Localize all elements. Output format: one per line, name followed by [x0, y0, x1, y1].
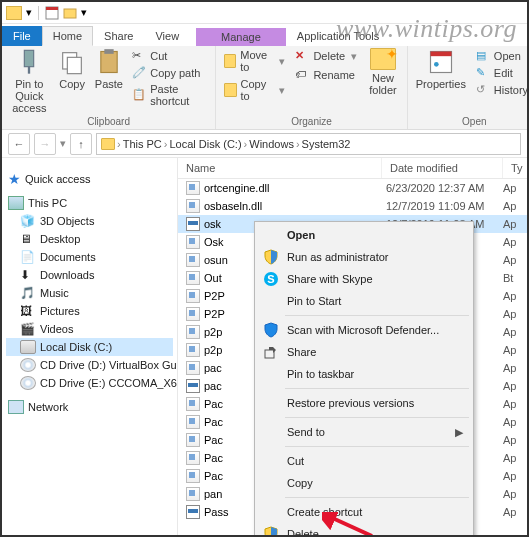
skype-icon: S	[263, 271, 279, 287]
chevron-right-icon[interactable]: ›	[117, 138, 121, 150]
newfolder-icon: ✦	[370, 48, 396, 70]
edit-button[interactable]: ✎Edit	[474, 65, 529, 81]
history-button[interactable]: ↺History	[474, 82, 529, 98]
tree-item[interactable]: Local Disk (C:)	[6, 338, 173, 356]
qat-properties-icon[interactable]	[45, 6, 59, 20]
svg-point-11	[434, 62, 439, 67]
qat-dropdown2-icon[interactable]: ▾	[81, 6, 87, 19]
exe-icon	[186, 379, 200, 393]
nav-recent-icon[interactable]: ▾	[60, 137, 66, 150]
tree-this-pc[interactable]: This PC	[6, 194, 173, 212]
crumb-windows[interactable]: Windows›	[249, 138, 299, 150]
tree-item-icon: 📄	[20, 250, 36, 264]
ctx-pin-taskbar[interactable]: Pin to taskbar	[257, 363, 471, 385]
ctx-cut[interactable]: Cut	[257, 450, 471, 472]
ribbon-group-open: Properties ▤Open▾ ✎Edit ↺History Open	[408, 46, 529, 129]
pin-to-quick-access-button[interactable]: Pin to Quick access	[8, 48, 51, 114]
dll-icon	[186, 487, 200, 501]
ctx-send-to[interactable]: Send to▶	[257, 421, 471, 443]
ctx-create-shortcut[interactable]: Create shortcut	[257, 501, 471, 523]
scissors-icon: ✂	[132, 49, 146, 63]
nav-back-button[interactable]: ←	[8, 133, 30, 155]
tree-item[interactable]: 🖼Pictures	[6, 302, 173, 320]
open-button[interactable]: ▤Open▾	[474, 48, 529, 64]
tab-home[interactable]: Home	[42, 26, 93, 46]
tree-item[interactable]: 📄Documents	[6, 248, 173, 266]
delete-button[interactable]: ✕Delete▾	[293, 48, 359, 64]
rename-button[interactable]: 🏷Rename	[293, 67, 359, 83]
svg-rect-8	[104, 49, 113, 54]
dll-icon	[186, 307, 200, 321]
address-bar-row: ← → ▾ ↑ › This PC› Local Disk (C:)› Wind…	[2, 130, 527, 158]
app-folder-icon	[6, 6, 22, 20]
tree-quick-access[interactable]: ★Quick access	[6, 170, 173, 188]
dll-icon	[186, 199, 200, 213]
exe-icon	[186, 505, 200, 519]
copyto-icon	[224, 83, 236, 97]
col-name[interactable]: Name	[178, 158, 382, 178]
dll-icon	[186, 469, 200, 483]
paste-button[interactable]: Paste	[93, 48, 124, 90]
nav-forward-button[interactable]: →	[34, 133, 56, 155]
network-icon	[8, 400, 24, 414]
ctx-copy[interactable]: Copy	[257, 472, 471, 494]
ctx-scan-defender[interactable]: Scan with Microsoft Defender...	[257, 319, 471, 341]
dll-icon	[186, 451, 200, 465]
copy-path-button[interactable]: 🧷Copy path	[130, 65, 209, 81]
ctx-run-as-admin[interactable]: Run as administrator	[257, 246, 471, 268]
svg-rect-10	[430, 52, 451, 57]
title-bar: ▾ ▾	[2, 2, 527, 24]
ctx-open[interactable]: Open	[257, 224, 471, 246]
nav-up-button[interactable]: ↑	[70, 133, 92, 155]
tab-share[interactable]: Share	[93, 26, 144, 46]
ctx-share[interactable]: Share	[257, 341, 471, 363]
tree-item[interactable]: 🎵Music	[6, 284, 173, 302]
new-folder-button[interactable]: ✦ New folder	[365, 48, 401, 96]
crumb-local-disk[interactable]: Local Disk (C:)›	[169, 138, 247, 150]
col-type[interactable]: Ty	[503, 158, 527, 178]
tab-view[interactable]: View	[144, 26, 190, 46]
ctx-delete[interactable]: Delete	[257, 523, 471, 537]
tree-item-icon: 🖥	[20, 232, 36, 246]
tree-item[interactable]: CD Drive (E:) CCCOMA_X64FRE_	[6, 374, 173, 392]
tree-item[interactable]: 🧊3D Objects	[6, 212, 173, 230]
file-row[interactable]: osbaseln.dll12/7/2019 11:09 AMAp	[178, 197, 527, 215]
dll-icon	[186, 235, 200, 249]
tab-file[interactable]: File	[2, 26, 42, 46]
svg-rect-2	[64, 9, 76, 18]
history-icon: ↺	[476, 83, 490, 97]
tree-item[interactable]: CD Drive (D:) VirtualBox Guest A	[6, 356, 173, 374]
tree-network[interactable]: Network	[6, 398, 173, 416]
ribbon: Pin to Quick access Copy Paste ✂Cut 🧷Cop…	[2, 46, 527, 130]
dll-icon	[186, 415, 200, 429]
ctx-share-skype[interactable]: S Share with Skype	[257, 268, 471, 290]
moveto-icon	[224, 54, 236, 68]
rename-icon: 🏷	[295, 68, 309, 82]
tree-item[interactable]: 🖥Desktop	[6, 230, 173, 248]
tree-item-icon: 🎵	[20, 286, 36, 300]
crumb-system32[interactable]: System32	[302, 138, 351, 150]
tree-item-icon: 🎬	[20, 322, 36, 336]
qat-dropdown-icon[interactable]: ▾	[26, 6, 32, 19]
tab-application-tools[interactable]: Application Tools	[286, 26, 390, 46]
col-date[interactable]: Date modified	[382, 158, 503, 178]
move-to-button[interactable]: Move to▾	[222, 48, 287, 74]
cut-button[interactable]: ✂Cut	[130, 48, 209, 64]
tree-item[interactable]: 🎬Videos	[6, 320, 173, 338]
crumb-this-pc[interactable]: This PC›	[123, 138, 168, 150]
copy-button[interactable]: Copy	[57, 48, 88, 90]
ctx-pin-start[interactable]: Pin to Start	[257, 290, 471, 312]
paste-shortcut-button[interactable]: 📋Paste shortcut	[130, 82, 209, 108]
properties-button[interactable]: Properties	[414, 48, 468, 90]
pc-icon	[8, 196, 24, 210]
ctx-restore-versions[interactable]: Restore previous versions	[257, 392, 471, 414]
qat-newfolder-icon[interactable]	[63, 6, 77, 20]
copy-to-button[interactable]: Copy to▾	[222, 77, 287, 103]
nav-tree[interactable]: ★Quick access This PC 🧊3D Objects🖥Deskto…	[2, 158, 178, 535]
tree-item[interactable]: ⬇Downloads	[6, 266, 173, 284]
ribbon-group-clipboard: Pin to Quick access Copy Paste ✂Cut 🧷Cop…	[2, 46, 216, 129]
svg-rect-14	[265, 350, 274, 358]
column-headers[interactable]: Name Date modified Ty	[178, 158, 527, 179]
breadcrumb-bar[interactable]: › This PC› Local Disk (C:)› Windows› Sys…	[96, 133, 521, 155]
file-row[interactable]: ortcengine.dll6/23/2020 12:37 AMAp	[178, 179, 527, 197]
